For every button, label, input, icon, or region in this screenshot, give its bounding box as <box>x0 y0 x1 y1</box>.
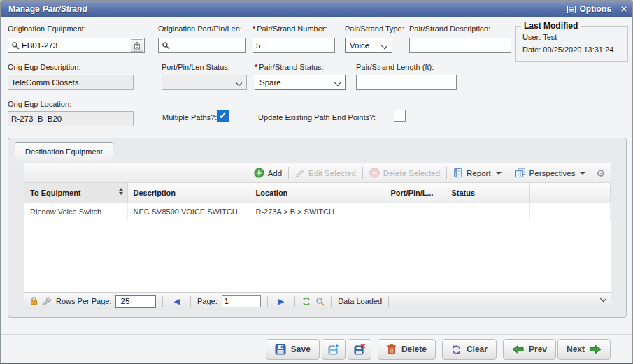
table-row[interactable]: Rienow Voice Switch NEC SV8500 VOICE SWI… <box>24 203 611 221</box>
prev-next-group: Prev Next <box>503 339 611 360</box>
save-and-new-button[interactable] <box>322 339 346 360</box>
action-bar-divider <box>1 334 633 335</box>
report-button[interactable]: Report <box>448 166 506 181</box>
port-pin-len-status-select[interactable] <box>162 75 247 90</box>
prev-button[interactable]: Prev <box>503 339 556 360</box>
tab-destination-equipment[interactable]: Destination Equipment <box>15 142 113 162</box>
pair-strand-length-label: Pair/Strand Length (ft): <box>356 63 434 71</box>
options-button[interactable]: Options <box>567 4 611 14</box>
picker-icon <box>134 41 141 50</box>
save-and-close-button[interactable] <box>348 339 371 360</box>
search-results-button[interactable] <box>315 297 325 306</box>
column-header-to-equipment[interactable]: To Equipment <box>24 183 127 203</box>
next-page-button[interactable]: ▶ <box>274 297 288 306</box>
save-button[interactable]: Save <box>266 339 320 360</box>
options-label: Options <box>579 4 611 14</box>
toolbar-separator <box>508 167 508 179</box>
required-marker: * <box>255 63 257 71</box>
origination-port-pin-len-field[interactable] <box>170 39 245 52</box>
title-emphasis: Pair/Strand <box>43 4 87 14</box>
pair-strand-number-label: *Pair/Strand Number: <box>253 24 327 33</box>
cell-status <box>446 203 529 221</box>
cell-port-pin-len <box>385 203 446 221</box>
orig-eqp-description-label: Orig Eqp Description: <box>8 63 81 71</box>
grid-pager: Rows Per Page: 25 ◀ Page: ▶ Data Loaded <box>24 292 611 310</box>
refresh-button[interactable] <box>301 297 311 306</box>
edit-selected-button[interactable]: Edit Selected <box>290 166 361 181</box>
add-label: Add <box>268 169 282 177</box>
delete-icon <box>387 344 397 355</box>
last-modified-legend: Last Modified <box>521 21 581 31</box>
next-button[interactable]: Next <box>557 339 611 360</box>
close-button[interactable]: × <box>621 4 627 14</box>
cell-blank <box>529 203 611 221</box>
pager-separator <box>190 296 191 307</box>
delete-button[interactable]: Delete <box>378 339 436 360</box>
pager-separator <box>331 296 332 307</box>
refresh-icon <box>301 297 311 306</box>
grid-toolbar: Add Edit Selected Delete Selected Report <box>24 163 611 183</box>
rows-per-page-select[interactable]: 25 <box>115 295 156 308</box>
save-button-group: Save <box>266 339 371 360</box>
wrench-icon <box>43 297 52 306</box>
prev-page-button[interactable]: ◀ <box>169 297 183 306</box>
equipment-picker-button[interactable] <box>131 39 143 52</box>
pair-strand-status-value: Spare <box>259 78 281 87</box>
delete-selected-button[interactable]: Delete Selected <box>364 166 445 181</box>
origination-port-pin-len-input[interactable] <box>158 38 246 53</box>
save-close-icon <box>354 344 365 355</box>
chevron-down-icon <box>580 172 585 175</box>
clear-label: Clear <box>467 344 488 354</box>
check-icon: ✓ <box>219 111 227 120</box>
edit-icon <box>295 168 305 178</box>
column-header-description[interactable]: Description <box>127 183 250 203</box>
customize-button[interactable] <box>43 297 52 306</box>
gear-icon[interactable]: ⚙ <box>596 168 605 178</box>
toolbar-separator <box>288 167 289 179</box>
lock-button[interactable] <box>29 296 38 306</box>
rows-per-page-value: 25 <box>120 297 129 305</box>
cell-description: NEC SV8500 VOICE SWITCH <box>127 203 250 221</box>
chevron-down-icon <box>600 296 606 302</box>
pair-strand-type-select[interactable]: Voice <box>345 38 392 53</box>
titlebar-controls: Options × <box>567 1 627 17</box>
pair-strand-status-select[interactable]: Spare <box>255 75 346 90</box>
orig-eqp-location-label: Orig Eqp Location: <box>8 100 71 108</box>
multiple-paths-checkbox[interactable]: ✓ <box>217 110 229 122</box>
delete-label: Delete <box>401 344 427 354</box>
perspectives-icon <box>515 168 526 178</box>
close-icon: × <box>621 3 627 15</box>
next-page-icon: ▶ <box>278 297 284 305</box>
add-button[interactable]: Add <box>249 166 287 181</box>
pager-separator <box>388 296 389 307</box>
update-existing-path-end-points-checkbox[interactable]: ✓ <box>394 110 406 122</box>
pair-strand-type-value: Voice <box>350 41 369 50</box>
chevron-down-icon <box>334 80 341 86</box>
column-header-status[interactable]: Status <box>446 183 529 203</box>
prev-icon <box>512 344 524 354</box>
chevron-down-icon <box>236 80 242 86</box>
pager-separator <box>162 296 163 307</box>
page-input[interactable] <box>222 295 261 307</box>
origination-equipment-field[interactable] <box>20 39 131 52</box>
origination-port-pin-len-label: Origination Port/Pin/Len: <box>158 24 242 33</box>
cell-to-equipment: Rienow Voice Switch <box>24 203 127 221</box>
pager-separator <box>294 296 295 307</box>
column-header-port-pin-len[interactable]: Port/Pin/L... <box>385 183 446 203</box>
orig-eqp-location-field <box>8 111 134 126</box>
perspectives-button[interactable]: Perspectives <box>510 166 591 181</box>
pair-strand-description-field[interactable] <box>409 38 511 53</box>
report-icon <box>453 168 463 178</box>
table-header-row: To Equipment Description Location Port/P… <box>24 183 611 203</box>
lock-icon <box>29 296 38 306</box>
pair-strand-length-field[interactable] <box>356 75 457 90</box>
manage-pair-strand-dialog: ManagePair/Strand Options × Origination … <box>0 0 633 364</box>
clear-button[interactable]: Clear <box>442 339 497 360</box>
origination-equipment-input[interactable] <box>8 38 145 53</box>
pager-separator <box>267 296 268 307</box>
pair-strand-type-label: Pair/Strand Type: <box>345 24 404 33</box>
required-marker: * <box>253 24 255 33</box>
add-icon <box>254 168 264 178</box>
pair-strand-number-field[interactable] <box>253 38 335 53</box>
column-header-location[interactable]: Location <box>250 183 385 203</box>
